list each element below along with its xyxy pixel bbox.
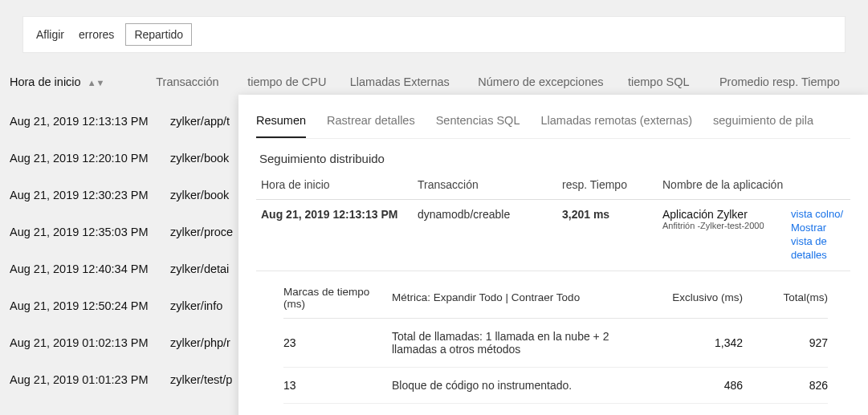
tab-summary[interactable]: Resumen xyxy=(256,109,306,138)
link-detail-view[interactable]: Mostrar vista de detalles xyxy=(791,222,846,262)
mtr-excl: 1,342 xyxy=(651,336,756,349)
cell-start: Aug 21, 2019 12:50:24 PM xyxy=(10,299,170,312)
summary-headers: Hora de inicio Transacción resp. Tiempo … xyxy=(256,178,850,200)
col-exceptions[interactable]: Número de excepciones xyxy=(478,75,628,88)
mtr-ts: 13 xyxy=(283,379,392,392)
col-avg-resp[interactable]: Promedio resp. Tiempo xyxy=(719,75,858,88)
mtr-metric: Bloque de código no instrumentado. xyxy=(392,379,651,392)
cell-start: Aug 21, 2019 01:02:13 PM xyxy=(10,336,170,349)
col-cpu-time[interactable]: tiempo de CPU xyxy=(247,75,350,88)
col-start-label: Hora de inicio xyxy=(10,75,81,88)
mtr-excl: 486 xyxy=(651,379,756,392)
app-host: Anfitrión -Zylker-test-2000 xyxy=(662,221,791,230)
cell-start: Aug 21, 2019 12:40:34 PM xyxy=(10,262,170,275)
sr-txn: dynamodb/creable xyxy=(418,208,562,221)
tab-sql[interactable]: Sentencias SQL xyxy=(436,109,520,138)
mtr-total: 826 xyxy=(756,379,828,392)
col-external-calls[interactable]: Llamadas Externas xyxy=(350,75,478,88)
tab-remote-calls[interactable]: Llamadas remotas (externas) xyxy=(540,109,692,138)
sort-icon: ▲▼ xyxy=(88,79,105,87)
tab-stack-trace[interactable]: seguimiento de pila xyxy=(713,109,813,138)
cell-start: Aug 21, 2019 12:20:10 PM xyxy=(10,152,170,165)
metrics-table: Marcas de tiempo (ms) Métrica: Expandir … xyxy=(283,286,828,415)
cell-start: Aug 21, 2019 12:13:13 PM xyxy=(10,115,170,128)
sr-resp: 3,201 ms xyxy=(562,208,662,221)
col-sql-time[interactable]: tiempo SQL xyxy=(628,75,719,88)
sh-resp: resp. Tiempo xyxy=(562,178,662,191)
content-area: Aug 21, 2019 12:13:13 PM zylker/app/t Au… xyxy=(0,103,868,398)
sr-app: Aplicación Zylker Anfitrión -Zylker-test… xyxy=(662,208,791,230)
column-headers: Hora de inicio ▲▼ Transacción tiempo de … xyxy=(0,75,868,88)
sr-links: vista colno/ Mostrar vista de detalles xyxy=(791,208,846,262)
sh-start: Hora de inicio xyxy=(261,178,418,191)
link-colno[interactable]: vista colno/ xyxy=(791,208,846,222)
sr-start: Aug 21, 2019 12:13:13 PM xyxy=(261,208,418,221)
filter-errors[interactable]: errores xyxy=(75,23,117,46)
cell-start: Aug 21, 2019 12:35:03 PM xyxy=(10,226,170,238)
filter-bar: Afligir errores Repartido xyxy=(22,16,846,53)
mtr-total: 927 xyxy=(756,336,828,349)
mth-total: Total(ms) xyxy=(756,291,828,303)
mth-excl: Exclusivo (ms) xyxy=(651,291,756,303)
col-start-time[interactable]: Hora de inicio ▲▼ xyxy=(10,75,156,88)
metrics-row[interactable]: 13 Bloque de código no instrumentado. 48… xyxy=(283,368,828,404)
sh-txn: Transacción xyxy=(418,178,562,191)
mtr-metric: Total de llamadas: 1 llamada en la nube … xyxy=(392,330,651,356)
mth-metric[interactable]: Métrica: Expandir Todo | Contraer Todo xyxy=(392,291,651,303)
filter-distributed[interactable]: Repartido xyxy=(125,23,192,46)
cell-start: Aug 21, 2019 12:30:23 PM xyxy=(10,189,170,201)
detail-tabs: Resumen Rastrear detalles Sentencias SQL… xyxy=(256,109,850,139)
detail-panel: Resumen Rastrear detalles Sentencias SQL… xyxy=(238,95,868,415)
cell-start: Aug 21, 2019 01:01:23 PM xyxy=(10,373,170,386)
app-name: Aplicación Zylker xyxy=(662,208,791,221)
summary-row: Aug 21, 2019 12:13:13 PM dynamodb/creabl… xyxy=(256,200,850,271)
mtr-ts: 23 xyxy=(283,336,392,349)
sh-app: Nombre de la aplicación xyxy=(662,178,846,191)
panel-title: Seguimiento distribuido xyxy=(259,152,850,165)
metrics-header: Marcas de tiempo (ms) Métrica: Expandir … xyxy=(283,286,828,319)
metrics-row[interactable]: 23 Total de llamadas: 1 llamada en la nu… xyxy=(283,319,828,368)
metrics-row[interactable]: 23 Amazon.DynamoDBv2.AmazonDynamoclient … xyxy=(283,404,828,415)
tab-trace-details[interactable]: Rastrear detalles xyxy=(327,109,415,138)
mth-ts: Marcas de tiempo (ms) xyxy=(283,286,392,310)
col-transaction[interactable]: Transacción xyxy=(156,75,247,88)
filter-afflict[interactable]: Afligir xyxy=(33,23,67,46)
